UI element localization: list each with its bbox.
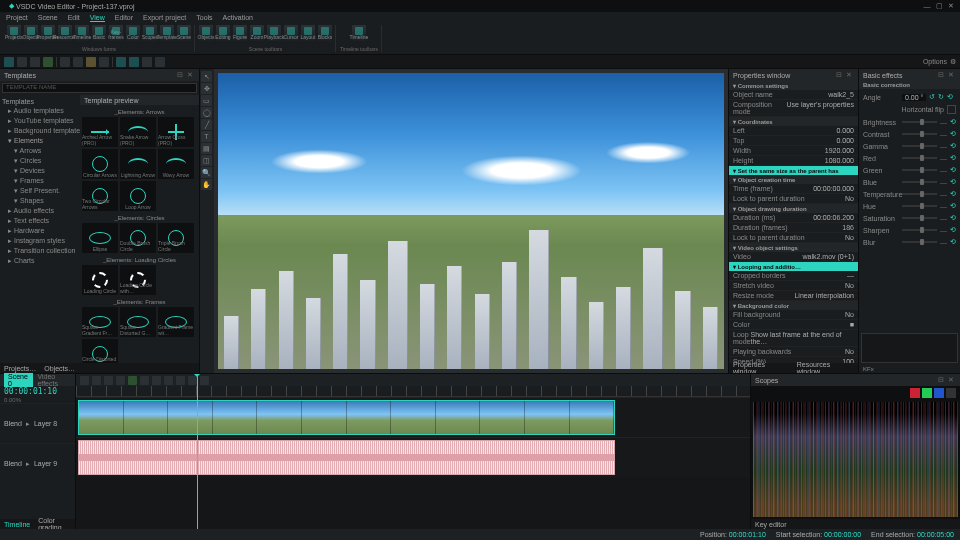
template-square-distorted-g-[interactable]: Square Distorted G… — [120, 307, 156, 337]
effect-blur[interactable]: Blur—⟲ — [863, 236, 956, 248]
prop-group[interactable]: ▾ Background color — [729, 301, 858, 310]
prop-row[interactable]: Playing backwardsNo — [729, 347, 858, 357]
properties-footer-tabs[interactable]: Properties windowResources window — [729, 363, 858, 373]
timeline[interactable] — [76, 374, 750, 529]
tree-item[interactable]: ▾ Elements — [2, 136, 78, 146]
scopes-footer[interactable]: Key editor — [751, 519, 960, 529]
effect-sharpen[interactable]: Sharpen—⟲ — [863, 224, 956, 236]
tool-icon[interactable] — [30, 57, 40, 67]
text-tool-icon[interactable]: T — [201, 131, 212, 142]
tool-icon[interactable] — [73, 57, 83, 67]
prop-group[interactable]: ▾ Looping and additio… — [729, 262, 858, 271]
ribbon-editing-tools[interactable]: Editing — [216, 25, 230, 41]
template-gradient-frame-wit-[interactable]: Gradient Frame wit… — [158, 307, 194, 337]
tool-icon[interactable] — [116, 57, 126, 67]
tl-play-icon[interactable] — [128, 376, 137, 385]
template-double-brush-circle[interactable]: Double Brush Circle — [120, 223, 156, 253]
close-icon[interactable]: ✕ — [946, 1, 956, 11]
tool-icon[interactable] — [129, 57, 139, 67]
tool-icon[interactable] — [142, 57, 152, 67]
ribbon-key-frames[interactable]: Key-frames — [109, 25, 123, 41]
rotate-cw-icon[interactable]: ↻ — [938, 93, 944, 101]
close-panel-icon[interactable]: ✕ — [948, 376, 956, 384]
close-panel-icon[interactable]: ✕ — [187, 71, 195, 79]
tree-item[interactable]: ▸ Hardware — [2, 226, 78, 236]
template-loading-circle-with-[interactable]: Loading Circle with… — [120, 265, 156, 295]
effect-gamma[interactable]: Gamma—⟲ — [863, 140, 956, 152]
tree-item[interactable]: ▾ Shapes — [2, 196, 78, 206]
ribbon-projects-explorer[interactable]: Projects — [7, 25, 21, 41]
close-panel-icon[interactable]: ✕ — [948, 71, 956, 79]
track-header-0[interactable]: Blend▸Layer 8 — [0, 403, 75, 443]
tree-item[interactable]: ▸ Instagram styles — [2, 236, 78, 246]
effect-blue[interactable]: Blue—⟲ — [863, 176, 956, 188]
zoom-tool-icon[interactable]: 🔍 — [201, 167, 212, 178]
prop-group[interactable]: ▾ Coordinates — [729, 117, 858, 126]
ribbon-scene-preview[interactable]: Scene — [177, 25, 191, 41]
template-square-gradient-fr-[interactable]: Square Gradient Fr… — [82, 307, 118, 337]
timeline-footer-tabs[interactable]: TimelineColor grading — [0, 519, 75, 529]
effect-saturation[interactable]: Saturation—⟲ — [863, 212, 956, 224]
prop-group[interactable]: ▾ Video object settings — [729, 243, 858, 252]
menu-export-project[interactable]: Export project — [143, 14, 186, 21]
gear-icon[interactable]: ⚙ — [950, 58, 956, 66]
track-header-1[interactable]: Blend▸Layer 9 — [0, 443, 75, 483]
reset-icon[interactable]: ⟲ — [947, 93, 953, 101]
prop-group[interactable]: ▾ Object creation time — [729, 175, 858, 184]
effects-group[interactable]: Basic correction — [859, 81, 960, 89]
prop-group[interactable]: ▾ Object drawing duration — [729, 204, 858, 213]
tree-item[interactable]: ▾ Self Present. — [2, 186, 78, 196]
menu-view[interactable]: View — [90, 14, 105, 22]
crop-tool-icon[interactable]: ◫ — [201, 155, 212, 166]
prop-row[interactable]: Fill backgroundNo — [729, 310, 858, 320]
preview-canvas[interactable] — [218, 73, 724, 369]
properties-body[interactable]: ▾ Common settingsObject namewalk2_5Compo… — [729, 81, 858, 363]
ribbon-layout-tools[interactable]: Layout — [301, 25, 315, 41]
prop-row[interactable]: Object namewalk2_5 — [729, 90, 858, 100]
audio-track[interactable] — [76, 437, 750, 477]
prop-row[interactable]: Lock to parent durationNo — [729, 233, 858, 243]
tool-icon[interactable] — [43, 57, 53, 67]
tree-item[interactable]: ▸ Charts — [2, 256, 78, 266]
effect-hue[interactable]: Hue—⟲ — [863, 200, 956, 212]
ribbon-cursor-tools[interactable]: Cursor — [284, 25, 298, 41]
menu-scene[interactable]: Scene — [38, 14, 58, 21]
ribbon-scopes[interactable]: Scopes — [143, 25, 157, 41]
template-arrow-cross-pro-[interactable]: Arrow Cross (PRO) — [158, 117, 194, 147]
template-loop-arrow[interactable]: Loop Arrow — [120, 181, 156, 211]
prop-row[interactable]: Cropped borders— — [729, 271, 858, 281]
prop-row[interactable]: Composition modeUse layer's properties — [729, 100, 858, 117]
ribbon-figure-tools[interactable]: Figure — [233, 25, 247, 41]
scene-tab[interactable]: Scene 0 Video effects — [0, 374, 75, 386]
prop-row[interactable]: Duration (frames)186 — [729, 223, 858, 233]
template-snake-arrow-pro-[interactable]: Snake Arrow (PRO) — [120, 117, 156, 147]
menu-editor[interactable]: Editor — [115, 14, 133, 21]
ribbon-playback-tools[interactable]: Playback — [267, 25, 281, 41]
template-circle-distorted-gr-[interactable]: Circle Distorted Gr… — [82, 339, 118, 363]
close-panel-icon[interactable]: ✕ — [846, 71, 854, 79]
tree-item[interactable]: ▸ YouTube templates — [2, 116, 78, 126]
ribbon-blocks-tools[interactable]: Blocks — [318, 25, 332, 41]
scope-mode-icon[interactable] — [946, 388, 956, 398]
pin-icon[interactable]: ⊟ — [938, 71, 946, 79]
tree-item[interactable]: Templates — [2, 97, 78, 106]
menu-tools[interactable]: Tools — [196, 14, 212, 21]
tool-icon[interactable] — [4, 57, 14, 67]
template-circular-arrows[interactable]: Circular Arrows — [82, 149, 118, 179]
effect-temperature[interactable]: Temperature—⟲ — [863, 188, 956, 200]
tree-item[interactable]: ▸ Background templates — [2, 126, 78, 136]
flip-checkbox[interactable] — [947, 105, 956, 114]
template-lightning-arrow[interactable]: Lightning Arrow — [120, 149, 156, 179]
effect-contrast[interactable]: Contrast—⟲ — [863, 128, 956, 140]
ribbon-template-window[interactable]: Template — [160, 25, 174, 41]
effect-green[interactable]: Green—⟲ — [863, 164, 956, 176]
template-ellipse[interactable]: Ellipse — [82, 223, 118, 253]
prop-row[interactable]: Left0.000 — [729, 126, 858, 136]
tl-tool-icon[interactable] — [176, 376, 185, 385]
template-triple-brush-circle[interactable]: Triple Brush Circle — [158, 223, 194, 253]
template-two-circular-arrows[interactable]: Two Circular Arrows — [82, 181, 118, 211]
ribbon-resources[interactable]: Resources — [58, 25, 72, 41]
scope-mode-icon[interactable] — [910, 388, 920, 398]
playhead[interactable] — [197, 374, 198, 529]
prop-row[interactable]: Loop modeShow last frame at the end of t… — [729, 330, 858, 347]
